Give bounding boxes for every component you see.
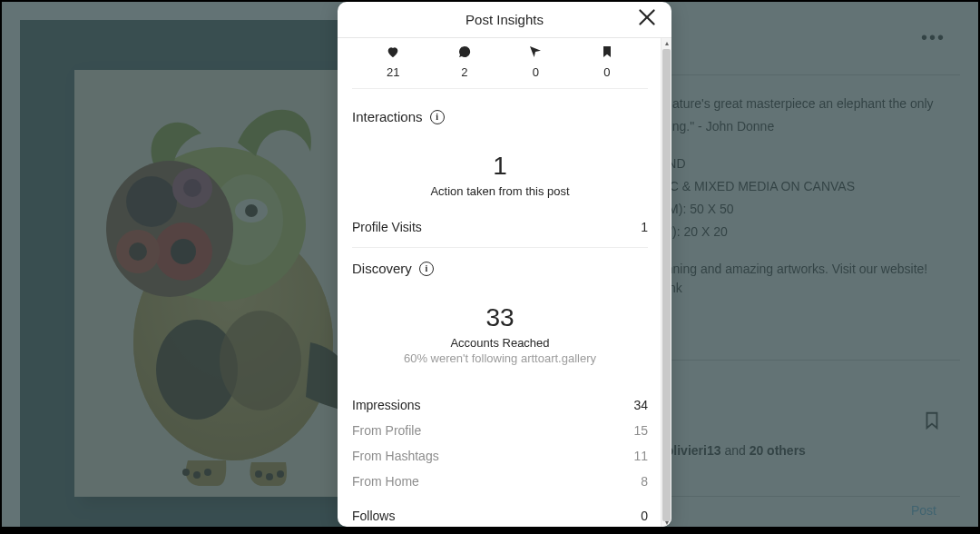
post-insights-modal: Post Insights 21 2 0 — [338, 2, 671, 527]
row-follows: Follows 0 — [352, 509, 648, 523]
engagement-metrics-row: 21 2 0 0 — [352, 38, 648, 89]
row-profile-visits: Profile Visits 1 — [352, 220, 648, 234]
row-from-profile: From Profile 15 — [352, 423, 648, 438]
metric-value: 0 — [603, 65, 610, 79]
metric-comments: 2 — [437, 44, 492, 79]
row-impressions: Impressions 34 — [352, 398, 648, 412]
bookmark-icon — [600, 44, 614, 60]
row-from-hashtags: From Hashtags 11 — [352, 449, 648, 463]
heart-icon — [386, 44, 400, 60]
discovery-total: 33 — [352, 303, 648, 332]
insights-scroll-area[interactable]: 21 2 0 0 Interactio — [338, 38, 662, 527]
close-icon[interactable] — [635, 5, 662, 33]
metric-value: 21 — [387, 65, 399, 79]
metric-likes: 21 — [366, 44, 420, 79]
interactions-heading: Interactions i — [352, 109, 648, 124]
discovery-heading: Discovery i — [352, 261, 648, 276]
modal-title: Post Insights — [466, 12, 544, 27]
info-icon[interactable]: i — [419, 262, 434, 276]
comment-icon — [457, 44, 472, 60]
interactions-total: 1 — [352, 152, 648, 181]
info-icon[interactable]: i — [430, 110, 445, 124]
discovery-subtitle: Accounts Reached — [352, 336, 648, 350]
metric-saves: 0 — [580, 44, 634, 79]
scroll-up-arrow[interactable]: ▴ — [662, 38, 671, 47]
share-icon — [528, 44, 543, 60]
metric-value: 2 — [461, 65, 467, 79]
row-from-home: From Home 8 — [352, 474, 648, 489]
discovery-note: 60% weren't following arttoart.gallery — [352, 351, 648, 365]
metric-value: 0 — [533, 65, 539, 79]
scroll-thumb[interactable] — [662, 49, 671, 521]
modal-header: Post Insights — [338, 2, 671, 38]
scrollbar[interactable]: ▴ ▾ — [661, 38, 671, 527]
interactions-subtitle: Action taken from this post — [352, 184, 648, 198]
metric-shares: 0 — [508, 44, 563, 79]
